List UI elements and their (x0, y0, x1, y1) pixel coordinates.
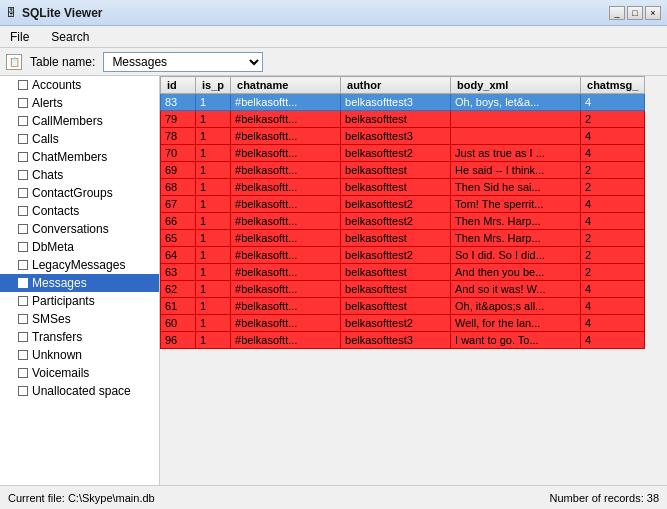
cell-author: belkasofttest (341, 264, 451, 281)
cell-chatname: #belkasoftt... (231, 264, 341, 281)
cell-chatmsg_: 2 (581, 111, 645, 128)
cell-chatname: #belkasoftt... (231, 315, 341, 332)
data-grid: id is_p chatname author body_xml chatmsg… (160, 76, 645, 349)
data-grid-container[interactable]: id is_p chatname author body_xml chatmsg… (160, 76, 667, 485)
sidebar-item-participants[interactable]: Participants (0, 292, 159, 310)
table-row[interactable]: 611#belkasoftt...belkasofttestOh, it&apo… (161, 298, 645, 315)
cell-chatname: #belkasoftt... (231, 179, 341, 196)
cell-chatmsg_: 4 (581, 315, 645, 332)
sidebar-item-messages[interactable]: Messages (0, 274, 159, 292)
sidebar-item-dbmeta[interactable]: DbMeta (0, 238, 159, 256)
sidebar-item-contacts[interactable]: Contacts (0, 202, 159, 220)
cell-author: belkasofttest3 (341, 332, 451, 349)
table-row[interactable]: 781#belkasoftt...belkasofttest34 (161, 128, 645, 145)
minimize-button[interactable]: _ (609, 6, 625, 20)
table-row[interactable]: 601#belkasoftt...belkasofttest2Well, for… (161, 315, 645, 332)
cell-is_p: 1 (196, 145, 231, 162)
table-row[interactable]: 671#belkasoftt...belkasofttest2Tom! The … (161, 196, 645, 213)
table-row[interactable]: 621#belkasoftt...belkasofttestAnd so it … (161, 281, 645, 298)
table-row[interactable]: 691#belkasoftt...belkasofttestHe said --… (161, 162, 645, 179)
table-name-bar: 📋 Table name: Accounts Alerts CallMember… (0, 48, 667, 76)
sidebar-item-unallocated-space[interactable]: Unallocated space (0, 382, 159, 400)
current-file: Current file: C:\Skype\main.db (8, 492, 155, 504)
sidebar-item-chatmembers[interactable]: ChatMembers (0, 148, 159, 166)
cell-chatname: #belkasoftt... (231, 196, 341, 213)
table-row[interactable]: 651#belkasoftt...belkasofttestThen Mrs. … (161, 230, 645, 247)
cell-chatmsg_: 2 (581, 162, 645, 179)
menu-file[interactable]: File (4, 28, 35, 46)
grid-header: id is_p chatname author body_xml chatmsg… (161, 77, 645, 94)
cell-chatname: #belkasoftt... (231, 332, 341, 349)
cell-id: 66 (161, 213, 196, 230)
menu-search[interactable]: Search (45, 28, 95, 46)
sidebar-item-conversations[interactable]: Conversations (0, 220, 159, 238)
col-author[interactable]: author (341, 77, 451, 94)
cell-is_p: 1 (196, 213, 231, 230)
col-is-p[interactable]: is_p (196, 77, 231, 94)
sidebar-item-voicemails[interactable]: Voicemails (0, 364, 159, 382)
cell-author: belkasofttest3 (341, 128, 451, 145)
table-row[interactable]: 641#belkasoftt...belkasofttest2So I did.… (161, 247, 645, 264)
cell-author: belkasofttest2 (341, 196, 451, 213)
sidebar-item-smses[interactable]: SMSes (0, 310, 159, 328)
col-id[interactable]: id (161, 77, 196, 94)
cell-id: 64 (161, 247, 196, 264)
maximize-button[interactable]: □ (627, 6, 643, 20)
close-button[interactable]: × (645, 6, 661, 20)
cell-chatmsg_: 4 (581, 94, 645, 111)
table-row[interactable]: 631#belkasoftt...belkasofttestAnd then y… (161, 264, 645, 281)
cell-chatname: #belkasoftt... (231, 94, 341, 111)
cell-is_p: 1 (196, 162, 231, 179)
cell-chatmsg_: 4 (581, 298, 645, 315)
cell-author: belkasofttest (341, 111, 451, 128)
cell-id: 65 (161, 230, 196, 247)
app-title: SQLite Viewer (22, 6, 102, 20)
cell-chatname: #belkasoftt... (231, 111, 341, 128)
table-name-select[interactable]: Accounts Alerts CallMembers Calls ChatMe… (103, 52, 263, 72)
cell-body_xml: He said -- I think... (451, 162, 581, 179)
table-row[interactable]: 791#belkasoftt...belkasofttest2 (161, 111, 645, 128)
cell-chatname: #belkasoftt... (231, 230, 341, 247)
cell-id: 67 (161, 196, 196, 213)
sidebar-item-callmembers[interactable]: CallMembers (0, 112, 159, 130)
table-row[interactable]: 831#belkasoftt...belkasofttest3Oh, boys,… (161, 94, 645, 111)
grid-body: 831#belkasoftt...belkasofttest3Oh, boys,… (161, 94, 645, 349)
cell-chatmsg_: 2 (581, 264, 645, 281)
cell-chatname: #belkasoftt... (231, 128, 341, 145)
cell-author: belkasofttest (341, 179, 451, 196)
col-chatmsg[interactable]: chatmsg_ (581, 77, 645, 94)
cell-id: 69 (161, 162, 196, 179)
cell-is_p: 1 (196, 179, 231, 196)
sidebar-item-legacymessages[interactable]: LegacyMessages (0, 256, 159, 274)
title-bar: 🗄 SQLite Viewer _ □ × (0, 0, 667, 26)
table-name-label: Table name: (30, 55, 95, 69)
cell-body_xml: So I did. So I did... (451, 247, 581, 264)
sidebar-item-transfers[interactable]: Transfers (0, 328, 159, 346)
table-row[interactable]: 701#belkasoftt...belkasofttest2Just as t… (161, 145, 645, 162)
col-body-xml[interactable]: body_xml (451, 77, 581, 94)
cell-id: 96 (161, 332, 196, 349)
cell-body_xml: Then Mrs. Harp... (451, 230, 581, 247)
table-row[interactable]: 961#belkasoftt...belkasofttest3I want to… (161, 332, 645, 349)
main-layout: AccountsAlertsCallMembersCallsChatMember… (0, 76, 667, 485)
cell-chatmsg_: 4 (581, 281, 645, 298)
sidebar-item-contactgroups[interactable]: ContactGroups (0, 184, 159, 202)
cell-is_p: 1 (196, 281, 231, 298)
sidebar-item-calls[interactable]: Calls (0, 130, 159, 148)
table-row[interactable]: 681#belkasoftt...belkasofttestThen Sid h… (161, 179, 645, 196)
cell-body_xml (451, 128, 581, 145)
cell-author: belkasofttest (341, 230, 451, 247)
cell-author: belkasofttest2 (341, 213, 451, 230)
sidebar-item-alerts[interactable]: Alerts (0, 94, 159, 112)
cell-id: 83 (161, 94, 196, 111)
record-count: Number of records: 38 (550, 492, 659, 504)
cell-is_p: 1 (196, 230, 231, 247)
col-chatname[interactable]: chatname (231, 77, 341, 94)
sidebar-item-accounts[interactable]: Accounts (0, 76, 159, 94)
sidebar-item-unknown[interactable]: Unknown (0, 346, 159, 364)
cell-is_p: 1 (196, 332, 231, 349)
sidebar-item-chats[interactable]: Chats (0, 166, 159, 184)
cell-id: 68 (161, 179, 196, 196)
cell-id: 60 (161, 315, 196, 332)
table-row[interactable]: 661#belkasoftt...belkasofttest2Then Mrs.… (161, 213, 645, 230)
